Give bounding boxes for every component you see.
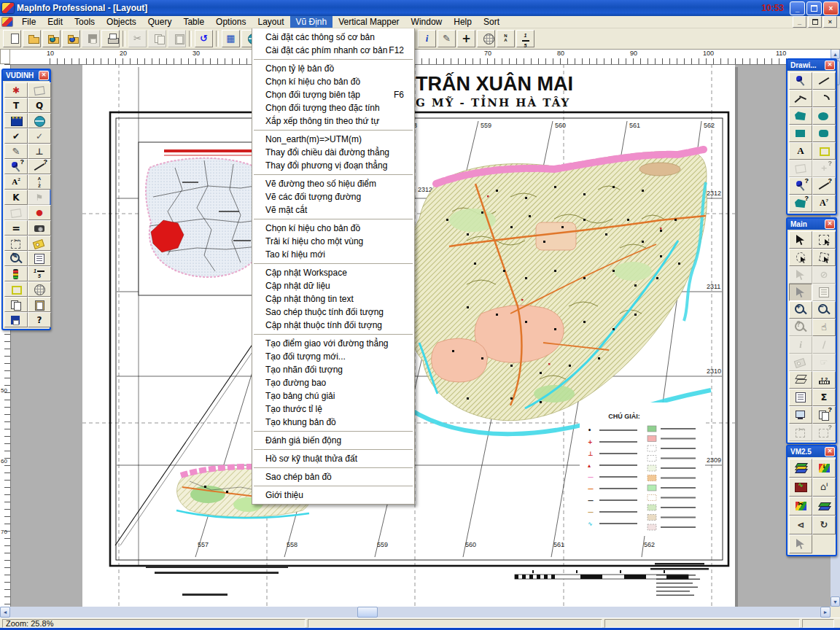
tag-tool-button[interactable]: [28, 236, 51, 251]
hscroll-thumb[interactable]: [357, 607, 378, 618]
menu-item-ch-n-i-t-ng-bi-n-t-p[interactable]: Chọn đối tượng biên tậpF6: [252, 88, 414, 101]
flag-tool-button[interactable]: ⚑: [28, 190, 51, 205]
vudinh-toolbox-titlebar[interactable]: VUDINH✕: [3, 70, 50, 81]
line-style-tool-button[interactable]: ?: [812, 177, 836, 195]
line-question-tool-button[interactable]: ?: [28, 159, 51, 174]
projection-tool-button[interactable]: [477, 30, 495, 47]
grid-globe-tool-button[interactable]: [28, 281, 51, 297]
menu-item-thay-i-chi-u-d-i-ng-th-ng[interactable]: Thay đổi chiều dài đường thẳng: [252, 146, 414, 159]
menu-item--nh-gi-bi-n-ng[interactable]: Đánh giá biến động: [252, 434, 414, 447]
survey-tool-button[interactable]: ⊥: [28, 144, 51, 159]
polygon-select-tool-button[interactable]: [812, 249, 836, 266]
layer-control-tool-button[interactable]: [789, 371, 812, 389]
sort-az-tool-button[interactable]: A↕Z: [28, 174, 51, 190]
crosshair-tool-button[interactable]: +: [457, 30, 475, 47]
globe-tool-button[interactable]: [28, 113, 51, 128]
camera-tool-button[interactable]: [28, 220, 51, 236]
horizontal-scrollbar[interactable]: ◄ ►: [0, 607, 831, 618]
menubar-item-query[interactable]: Query: [142, 16, 178, 28]
polyline-tool-button[interactable]: [789, 90, 812, 107]
rectangle-tool-button[interactable]: [789, 125, 812, 142]
label-index-tool-button[interactable]: A2: [4, 174, 28, 190]
menubar-item-layout[interactable]: Layout: [252, 16, 289, 28]
new-button[interactable]: [3, 30, 21, 47]
menu-item-x-p-x-p-th-ng-tin-theo-th-t-[interactable]: Xắp xếp thông tin theo thứ tự: [252, 114, 414, 128]
menubar-item-window[interactable]: Window: [405, 16, 448, 28]
vm-toolbox-titlebar[interactable]: VM2.5✕: [788, 446, 836, 457]
district-monitor-tool-button[interactable]: [789, 406, 812, 424]
grid-manager-tool-button[interactable]: [789, 459, 812, 478]
main-toolbox-close-icon[interactable]: ✕: [825, 219, 835, 229]
polygon-ghost-tool-button[interactable]: [4, 205, 28, 220]
menubar-item-file[interactable]: File: [16, 16, 42, 28]
minimize-button[interactable]: _: [790, 1, 805, 15]
grid-slope-tool-button[interactable]: [812, 497, 836, 516]
menu-item-v-m-t-c-t[interactable]: Vẽ mặt cắt: [252, 203, 414, 217]
scroll-up-button[interactable]: ▲: [831, 49, 840, 59]
save-tool-button[interactable]: [4, 312, 28, 327]
eu-flag-tool-button[interactable]: ✶✶✶: [4, 113, 28, 128]
label-hand-tool-button[interactable]: ☞: [812, 354, 836, 371]
menu-item-tao-k-hi-u-m-i[interactable]: Tao kí hiệu mới: [252, 248, 414, 261]
rounded-rectangle-tool-button[interactable]: [812, 125, 836, 142]
menu-item-c-p-nh-t-th-ng-tin-text[interactable]: Cập nhật thông tin text: [252, 292, 414, 306]
zoom-out-tool-button[interactable]: −: [812, 301, 836, 319]
menubar-item-edit[interactable]: Edit: [42, 16, 69, 28]
district-windows-tool-button[interactable]: ?: [812, 406, 836, 424]
menu-item-tr-i-k-hi-u-cho-m-t-v-ng[interactable]: Trải kí hiệu cho một vùng: [252, 235, 414, 248]
menu-item-sao-ch-p-b-n-[interactable]: Sao chép bản đồ: [252, 470, 414, 483]
pencil-tool-button[interactable]: ✎: [4, 144, 28, 159]
symbol-question-tool-button[interactable]: ?: [4, 159, 28, 174]
menu-item-t-o-nh-n-i-t-ng[interactable]: Tạo nhãn đối tượng: [252, 363, 414, 376]
point-query-tool-button[interactable]: ⊲: [789, 516, 812, 534]
menu-item-t-o-khung-b-n-[interactable]: Tạo khung bản đồ: [252, 416, 414, 429]
search-edit-tool-button[interactable]: ✎: [4, 251, 28, 266]
restore-button[interactable]: [806, 1, 822, 15]
menu-item-t-o-ng-bao[interactable]: Tạo đường bao: [252, 376, 414, 389]
open-table-button[interactable]: [42, 30, 61, 47]
graph-select-tool-button[interactable]: [812, 284, 836, 301]
line-tool-button[interactable]: [812, 72, 836, 90]
layout-canvas[interactable]: TRẤN XUÂN MAI G MỸ - TỈNH HÀ TÂY 5575575…: [10, 64, 831, 607]
ruler-tool-button[interactable]: 1.2: [812, 371, 836, 389]
child-restore-button[interactable]: [808, 16, 822, 28]
record-tool-button[interactable]: ●: [28, 205, 51, 220]
invert-select-tool-button[interactable]: [789, 284, 812, 301]
zoom-in-tool-button[interactable]: +: [789, 301, 812, 319]
traffic-light-tool-button[interactable]: [4, 266, 28, 281]
print-button[interactable]: [101, 30, 120, 47]
radius-select-tool-button[interactable]: [789, 249, 812, 266]
hotlink-tool-button[interactable]: [789, 354, 812, 371]
child-close-button[interactable]: ×: [823, 16, 837, 28]
rotate-view-tool-button[interactable]: ↻: [812, 516, 836, 534]
star-tool-button[interactable]: ✱: [4, 82, 28, 98]
text-style-tool-button[interactable]: A?: [812, 195, 836, 212]
menu-item-ch-n-k-hi-u-cho-b-n-[interactable]: Chọn kí hiệu cho bản đồ: [252, 222, 414, 235]
menu-item-c-p-nh-t-workspace[interactable]: Cập nhật Workspace: [252, 266, 414, 279]
region-info-tool-button[interactable]: ⌂i: [812, 478, 836, 497]
check-bold-tool-button[interactable]: ✔: [4, 128, 28, 144]
statistics-tool-button[interactable]: Σ: [812, 389, 836, 406]
scroll-down-button[interactable]: ▼: [831, 596, 840, 607]
help-tool-button[interactable]: ?: [28, 312, 51, 327]
boundary-select-tool-button[interactable]: [789, 266, 812, 284]
scroll-right-button[interactable]: ►: [820, 607, 831, 618]
undo-button[interactable]: ↺: [195, 30, 213, 47]
text-doc-tool-button[interactable]: [28, 251, 51, 266]
info-tool-button[interactable]: i: [418, 30, 436, 47]
region-style-tool-button[interactable]: ?: [789, 195, 812, 212]
menubar-item-tools[interactable]: Tools: [69, 16, 101, 28]
pan-tool-button[interactable]: ☝: [812, 319, 836, 336]
menubar-item-v-nh[interactable]: Vũ Định: [290, 16, 333, 28]
query-Q-tool-button[interactable]: Q: [28, 98, 51, 113]
menu-item-h-s-k-thu-t-th-a-t[interactable]: Hồ sơ kỹ thuật thửa đất: [252, 452, 414, 465]
grid-info-tool-button[interactable]: i: [812, 459, 836, 478]
k-tool-button[interactable]: K: [4, 190, 28, 205]
copy-button[interactable]: [148, 30, 166, 47]
menu-item-ch-n-t-l-b-n-[interactable]: Chọn tỷ lệ bản đồ: [252, 62, 414, 75]
legend-tool-button[interactable]: [789, 389, 812, 406]
open-workspace-button[interactable]: [62, 30, 80, 47]
vm-select-tool-button[interactable]: [789, 534, 812, 553]
drawing-toolbox-titlebar[interactable]: Drawi...✕: [788, 60, 836, 71]
menubar-item-vertical-mapper[interactable]: Vertical Mapper: [332, 16, 405, 28]
